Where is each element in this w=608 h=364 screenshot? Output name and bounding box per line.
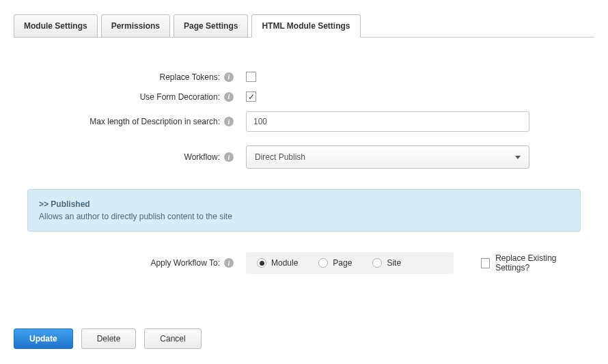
replace-existing-checkbox[interactable] xyxy=(481,258,490,268)
radio-site[interactable]: Site xyxy=(372,258,401,268)
max-length-input[interactable] xyxy=(246,111,529,132)
cancel-button[interactable]: Cancel xyxy=(144,328,201,349)
tab-permissions[interactable]: Permissions xyxy=(101,14,170,38)
tabs: Module Settings Permissions Page Setting… xyxy=(14,14,594,38)
workflow-info-panel: >> Published Allows an author to directl… xyxy=(27,189,581,232)
form-area: Replace Tokens: i Use Form Decoration: i… xyxy=(14,38,594,288)
info-icon[interactable]: i xyxy=(224,72,234,82)
radio-icon xyxy=(318,258,328,268)
radio-module-label: Module xyxy=(271,258,298,268)
info-icon[interactable]: i xyxy=(224,258,234,268)
radio-icon xyxy=(257,258,266,268)
radio-page[interactable]: Page xyxy=(318,258,352,268)
chevron-down-icon xyxy=(515,156,521,159)
radio-icon xyxy=(372,258,382,268)
apply-workflow-radio-group: Module Page Site xyxy=(246,252,454,274)
info-icon[interactable]: i xyxy=(224,117,234,126)
workflow-label: Workflow: xyxy=(184,152,220,162)
info-body: Allows an author to directly publish con… xyxy=(39,212,569,221)
tab-html-module-settings[interactable]: HTML Module Settings xyxy=(251,14,360,38)
info-icon[interactable]: i xyxy=(224,152,234,162)
radio-module[interactable]: Module xyxy=(257,258,298,268)
workflow-select-value: Direct Publish xyxy=(255,152,305,162)
row-use-form-decoration: Use Form Decoration: i ✓ xyxy=(27,92,581,102)
replace-tokens-checkbox[interactable] xyxy=(246,72,256,82)
replace-existing-label: Replace Existing Settings? xyxy=(495,253,581,272)
tab-page-settings[interactable]: Page Settings xyxy=(174,14,248,38)
info-title: >> Published xyxy=(39,199,569,209)
button-row: Update Delete Cancel xyxy=(14,328,594,349)
radio-page-label: Page xyxy=(333,258,352,268)
radio-site-label: Site xyxy=(387,258,401,268)
row-max-length: Max length of Description in search: i xyxy=(27,111,581,132)
max-length-label: Max length of Description in search: xyxy=(89,117,220,126)
row-apply-workflow: Apply Workflow To: i Module Page Site xyxy=(27,252,581,274)
row-replace-tokens: Replace Tokens: i xyxy=(27,72,581,82)
delete-button[interactable]: Delete xyxy=(81,328,137,349)
apply-workflow-label: Apply Workflow To: xyxy=(150,258,220,268)
use-form-decoration-label: Use Form Decoration: xyxy=(140,92,220,102)
replace-tokens-label: Replace Tokens: xyxy=(160,72,221,82)
tab-module-settings[interactable]: Module Settings xyxy=(14,14,98,38)
update-button[interactable]: Update xyxy=(14,328,73,349)
row-workflow: Workflow: i Direct Publish xyxy=(27,145,581,169)
use-form-decoration-checkbox[interactable]: ✓ xyxy=(246,92,256,102)
info-icon[interactable]: i xyxy=(224,92,234,102)
workflow-select[interactable]: Direct Publish xyxy=(246,145,529,169)
